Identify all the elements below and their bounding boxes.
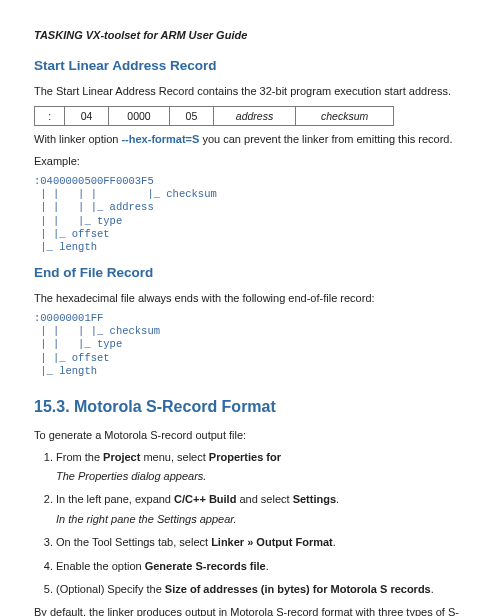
slar-ascii-diagram: :0400000500FF0003F5 | | | | |_ checksum … <box>34 175 466 254</box>
menu-properties-for: Properties for <box>209 451 281 463</box>
step-text: On the Tool Settings tab, select <box>56 536 211 548</box>
eof-description: The hexadecimal file always ends with th… <box>34 291 466 306</box>
list-item: (Optional) Specify the Size of addresses… <box>56 582 466 597</box>
menu-project: Project <box>103 451 140 463</box>
motorola-intro: To generate a Motorola S-record output f… <box>34 428 466 443</box>
example-label: Example: <box>34 154 466 169</box>
step-text: (Optional) Specify the <box>56 583 165 595</box>
heading-end-of-file-record: End of File Record <box>34 264 466 283</box>
linker-note: With linker option --hex-format=S you ca… <box>34 132 466 147</box>
slar-record-table: : 04 0000 05 address checksum <box>34 106 394 127</box>
step-text: From the <box>56 451 103 463</box>
list-item: On the Tool Settings tab, select Linker … <box>56 535 466 550</box>
tree-settings: Settings <box>293 493 336 505</box>
step-text: and select <box>236 493 292 505</box>
step-text: . <box>431 583 434 595</box>
doc-title: TASKING VX-toolset for ARM User Guide <box>34 28 466 43</box>
cell-address: address <box>213 106 296 126</box>
step-note: In the right pane the Settings appear. <box>56 512 466 527</box>
heading-start-linear-address-record: Start Linear Address Record <box>34 57 466 76</box>
slar-description: The Start Linear Address Record contains… <box>34 84 466 99</box>
tree-ccpp-build: C/C++ Build <box>174 493 236 505</box>
linker-option: --hex-format=S <box>121 133 199 145</box>
linker-note-post: you can prevent the linker from emitting… <box>199 133 452 145</box>
cell-checksum: checksum <box>296 106 394 126</box>
cell-colon: : <box>35 106 65 126</box>
heading-motorola-s-record-format: 15.3. Motorola S-Record Format <box>34 396 466 418</box>
step-note: The Properties dialog appears. <box>56 469 466 484</box>
step-text: In the left pane, expand <box>56 493 174 505</box>
step-text: . <box>266 560 269 572</box>
option-generate-s-records: Generate S-records file <box>145 560 266 572</box>
step-text: Enable the option <box>56 560 145 572</box>
step-text: . <box>333 536 336 548</box>
cell-length: 04 <box>65 106 109 126</box>
list-item: In the left pane, expand C/C++ Build and… <box>56 492 466 527</box>
linker-output-format: Linker » Output Format <box>211 536 333 548</box>
steps-list: From the Project menu, select Properties… <box>34 450 466 598</box>
list-item: From the Project menu, select Properties… <box>56 450 466 485</box>
step-text: menu, select <box>140 451 208 463</box>
option-size-of-addresses: Size of addresses (in bytes) for Motorol… <box>165 583 431 595</box>
cell-offset: 0000 <box>108 106 169 126</box>
list-item: Enable the option Generate S-records fil… <box>56 559 466 574</box>
table-row: : 04 0000 05 address checksum <box>35 106 394 126</box>
step-text: . <box>336 493 339 505</box>
linker-note-pre: With linker option <box>34 133 121 145</box>
motorola-footer: By default, the linker produces output i… <box>34 605 466 616</box>
cell-type: 05 <box>170 106 214 126</box>
eof-ascii-diagram: :00000001FF | | | |_ checksum | | |_ typ… <box>34 312 466 378</box>
